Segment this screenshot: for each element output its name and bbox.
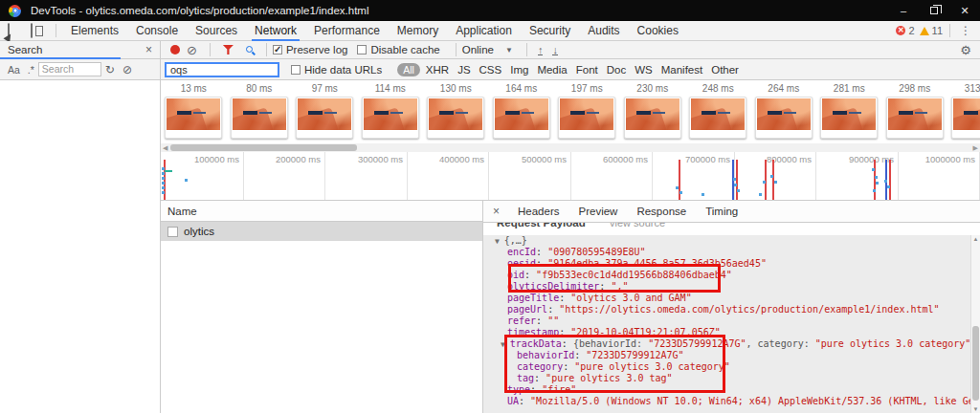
tab-console[interactable]: Console (127, 21, 187, 41)
hide-data-urls-checkbox[interactable] (291, 65, 301, 75)
name-column-header[interactable]: Name (161, 201, 482, 222)
payload-line[interactable]: refer: "" (483, 315, 970, 327)
filmstrip-frame[interactable]: 197 ms (554, 80, 620, 143)
timeline-gridline (815, 152, 816, 201)
payload-line[interactable]: UA: "Mozilla/5.0 (Windows NT 10.0; Win64… (483, 396, 970, 407)
type-filter-ws[interactable]: WS (635, 64, 653, 76)
close-details-icon[interactable]: × (483, 205, 508, 218)
device-toolbar-button[interactable] (31, 24, 46, 37)
devtools-tabbar: ElementsConsoleSourcesNetworkPerformance… (0, 21, 980, 41)
devtools-tabs: ElementsConsoleSourcesNetworkPerformance… (62, 21, 687, 41)
tab-audits[interactable]: Audits (579, 21, 628, 41)
json-key: UA (507, 396, 519, 406)
details-tab-timing[interactable]: Timing (696, 206, 747, 217)
console-errors-badge[interactable]: ✕ 2 (896, 25, 914, 36)
disable-cache-checkbox[interactable] (357, 45, 367, 54)
restore-icon (930, 7, 938, 14)
frame-timestamp: 164 ms (489, 83, 555, 94)
regex-toggle[interactable]: .* (24, 64, 38, 76)
timeline-request-dot (887, 185, 890, 188)
timeline-tick-label: 400000 ms (439, 154, 488, 164)
details-tab-preview[interactable]: Preview (568, 206, 627, 217)
frame-thumbnail (755, 97, 813, 139)
filmstrip-frame[interactable]: 281 ms (816, 80, 882, 143)
tab-security[interactable]: Security (521, 21, 579, 41)
tab-memory[interactable]: Memory (389, 21, 447, 41)
payload-line[interactable]: encId: "090780595489E8U" (483, 247, 970, 258)
close-button[interactable]: ✕ (949, 0, 980, 21)
payload-line[interactable]: pageUrl: "https://olytics.omeda.com/olyt… (483, 304, 970, 315)
filter-icon[interactable] (223, 45, 234, 54)
table-row[interactable]: olytics (161, 222, 482, 241)
type-filter-all[interactable]: All (397, 63, 420, 76)
type-filter-js[interactable]: JS (457, 64, 470, 76)
import-har-button[interactable]: ↑ (538, 45, 544, 55)
filmstrip-frame[interactable]: 248 ms (685, 80, 751, 143)
filmstrip-frame[interactable]: 230 ms (620, 80, 686, 143)
scroll-up-icon[interactable]: ▲ (973, 236, 979, 242)
toolbar-row-1: Search × ⊘ Preserve log Disable cache On… (0, 41, 980, 59)
details-tabs: × HeadersPreviewResponseTiming (483, 201, 980, 223)
scrollbar-thumb[interactable] (170, 144, 357, 151)
throttling-select[interactable]: Online (462, 44, 494, 55)
details-tab-response[interactable]: Response (627, 206, 696, 217)
tab-performance[interactable]: Performance (305, 21, 389, 41)
network-filter-input[interactable]: oqs (165, 62, 279, 77)
tab-network[interactable]: Network (246, 21, 305, 41)
minimize-button[interactable]: – (888, 0, 919, 21)
frame-timestamp: 264 ms (751, 83, 817, 94)
scroll-right-icon[interactable]: ▶ (973, 143, 978, 152)
network-search-icon[interactable] (246, 46, 253, 53)
restore-button[interactable] (919, 0, 949, 21)
tab-elements[interactable]: Elements (62, 21, 127, 41)
tab-application[interactable]: Application (447, 21, 521, 41)
filmstrip-frame[interactable]: 313 ms (947, 80, 980, 143)
type-filter-doc[interactable]: Doc (607, 64, 626, 76)
settings-gear-button[interactable]: ⚙ (960, 43, 971, 57)
filmstrip-frame[interactable]: 114 ms (358, 80, 424, 143)
type-filter-media[interactable]: Media (537, 64, 567, 76)
type-filter-css[interactable]: CSS (479, 64, 502, 76)
scroll-left-icon[interactable]: ◀ (163, 143, 167, 152)
clear-network-log-button[interactable]: ⊘ (187, 43, 197, 57)
scroll-down-icon[interactable]: ▼ (973, 406, 979, 412)
filmstrip-frame[interactable]: 80 ms (227, 80, 293, 143)
type-filter-xhr[interactable]: XHR (426, 64, 449, 76)
filmstrip-frame[interactable]: 97 ms (292, 80, 358, 143)
refresh-icon[interactable]: ↻ (101, 63, 119, 76)
timeline-request-dot (733, 178, 736, 181)
payload-line[interactable]: ▼ {,…} (483, 235, 970, 247)
page-screenshot-image (626, 98, 679, 130)
clear-search-icon[interactable]: ⊘ (119, 63, 136, 76)
filmstrip-frame[interactable]: 130 ms (423, 80, 489, 143)
more-options-button[interactable]: ⋮ (957, 24, 974, 37)
type-filter-other[interactable]: Other (711, 64, 739, 76)
export-har-button[interactable]: ↓ (552, 45, 558, 55)
search-panel-close-button[interactable]: × (145, 43, 152, 56)
filmstrip-scrollbar[interactable]: ◀ ▶ (161, 143, 980, 152)
timeline-event-red-line (889, 160, 891, 201)
filmstrip-frame[interactable]: 164 ms (489, 80, 555, 143)
scrollbar-thumb[interactable] (972, 326, 979, 401)
network-overview-timeline[interactable]: 100000 ms200000 ms300000 ms400000 ms5000… (161, 152, 980, 201)
type-filter-font[interactable]: Font (576, 64, 598, 76)
type-filter-img[interactable]: Img (510, 64, 528, 76)
payload-line[interactable]: pageTitle: "olytics 3.0 and GAM" (483, 293, 970, 304)
filmstrip-frame[interactable]: 264 ms (751, 80, 817, 143)
preserve-log-checkbox[interactable] (273, 45, 282, 54)
search-input[interactable]: Search (38, 62, 101, 76)
window-titlebar: DevTools - olytics.omeda.com/olytics/pro… (0, 0, 980, 21)
timeline-request-dot (884, 180, 887, 183)
tab-sources[interactable]: Sources (187, 21, 246, 41)
view-source-link[interactable]: view source (610, 223, 665, 228)
inspect-element-button[interactable] (8, 24, 23, 37)
match-case-toggle[interactable]: Aa (4, 64, 24, 76)
record-button[interactable] (170, 45, 180, 54)
tab-cookies[interactable]: Cookies (629, 21, 687, 41)
details-scrollbar[interactable]: ▲ ▼ (970, 235, 980, 413)
filmstrip-frame[interactable]: 298 ms (882, 80, 948, 143)
console-warnings-badge[interactable]: 11 (920, 25, 943, 36)
type-filter-manifest[interactable]: Manifest (661, 64, 702, 76)
details-tab-headers[interactable]: Headers (508, 206, 568, 217)
filmstrip-frame[interactable]: 13 ms (161, 80, 227, 143)
